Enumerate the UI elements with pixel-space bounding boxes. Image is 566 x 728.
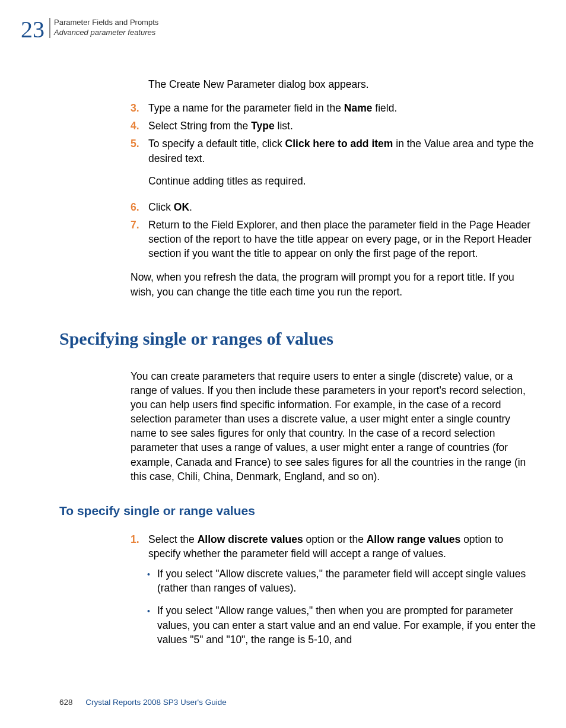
text-run: . <box>189 201 192 213</box>
procedure-step-1: 1. Select the Allow discrete values opti… <box>131 532 536 561</box>
step-number: 4. <box>131 119 142 133</box>
step-number: 1. <box>131 532 142 561</box>
header-title: Parameter Fields and Prompts <box>54 18 158 28</box>
bold-text: Click here to add item <box>285 138 393 150</box>
bullet-text: If you select "Allow range values," then… <box>157 603 536 646</box>
step-body: Select String from the Type list. <box>148 119 536 133</box>
section-paragraph: You can create parameters that require u… <box>131 369 536 484</box>
bullet-item-2: • If you select "Allow range values," th… <box>147 603 536 646</box>
page-header: 23 Parameter Fields and Prompts Advanced… <box>21 18 536 42</box>
page-number: 628 <box>59 698 73 707</box>
text-run: list. <box>275 120 293 132</box>
step-body: Select the Allow discrete values option … <box>148 532 536 561</box>
closing-paragraph: Now, when you refresh the data, the prog… <box>131 270 536 298</box>
step-number: 7. <box>131 218 142 260</box>
bullet-item-1: • If you select "Allow discrete values,"… <box>147 567 536 595</box>
bullet-icon: • <box>147 606 150 646</box>
intro-paragraph: The Create New Parameter dialog box appe… <box>148 77 536 91</box>
step-3: 3. Type a name for the parameter field i… <box>131 101 536 115</box>
step-5: 5. To specify a default title, click Cli… <box>131 136 536 196</box>
section-heading-h3: To specify single or range values <box>59 504 536 518</box>
book-title: Crystal Reports 2008 SP3 User's Guide <box>85 698 226 707</box>
step-body: To specify a default title, click Click … <box>148 136 536 196</box>
step-body: Type a name for the parameter field in t… <box>148 101 536 115</box>
text-run: option or the <box>303 533 367 545</box>
step-4: 4. Select String from the Type list. <box>131 119 536 133</box>
bold-text: OK <box>174 201 189 213</box>
header-text-block: Parameter Fields and Prompts Advanced pa… <box>49 18 158 38</box>
bold-text: Allow range values <box>367 533 461 545</box>
step-body: Return to the Field Explorer, and then p… <box>148 218 536 260</box>
header-subtitle: Advanced parameter features <box>54 28 158 38</box>
section-heading-h2: Specifying single or ranges of values <box>59 329 536 349</box>
step-number: 3. <box>131 101 142 115</box>
text-run: Select String from the <box>148 120 251 132</box>
bullet-icon: • <box>147 569 150 595</box>
page-footer: 628 Crystal Reports 2008 SP3 User's Guid… <box>59 698 227 707</box>
text-run: Click <box>148 201 174 213</box>
step-7: 7. Return to the Field Explorer, and the… <box>131 218 536 260</box>
text-run: Type a name for the parameter field in t… <box>148 102 344 114</box>
text-run: To specify a default title, click <box>148 138 285 150</box>
text-run: field. <box>372 102 397 114</box>
step-6: 6. Click OK. <box>131 200 536 214</box>
step-extra: Continue adding titles as required. <box>148 174 536 188</box>
step-number: 6. <box>131 200 142 214</box>
text-run: Select the <box>148 533 198 545</box>
step-body: Click OK. <box>148 200 536 214</box>
bold-text: Allow discrete values <box>198 533 303 545</box>
procedure-content: 1. Select the Allow discrete values opti… <box>131 532 536 647</box>
section-content: You can create parameters that require u… <box>131 369 536 484</box>
main-content: The Create New Parameter dialog box appe… <box>131 77 536 299</box>
bold-text: Name <box>344 102 373 114</box>
step-number: 5. <box>131 136 142 196</box>
chapter-number: 23 <box>21 18 44 42</box>
bold-text: Type <box>251 120 275 132</box>
bullet-text: If you select "Allow discrete values," t… <box>157 567 536 595</box>
